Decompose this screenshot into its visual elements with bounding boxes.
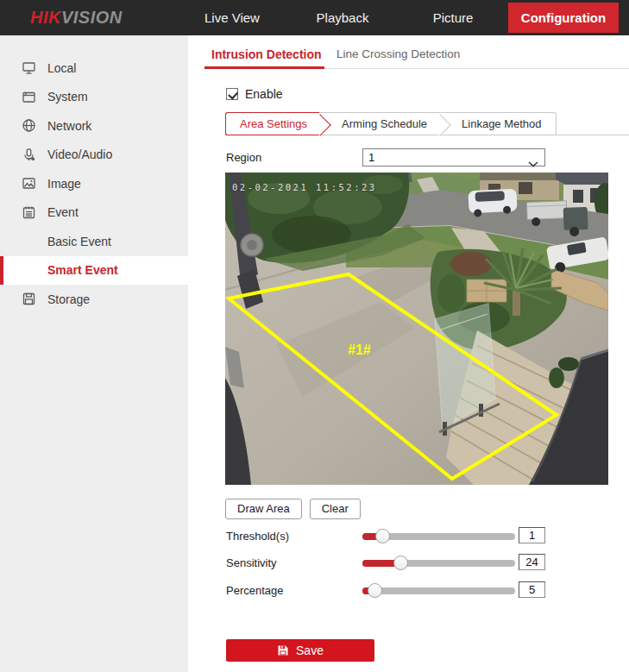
threshold-value-field[interactable]: 1	[519, 527, 545, 543]
tab-intrusion-detection[interactable]: Intrusion Detection	[211, 47, 322, 61]
system-icon	[22, 90, 36, 104]
draw-buttons-row: Draw Area Clear	[225, 499, 361, 519]
sidebar: Local System Network Video/Audio	[0, 35, 188, 672]
sidebar-item-image[interactable]: Image	[0, 169, 188, 198]
microphone-icon	[22, 148, 36, 162]
enable-checkbox[interactable]	[226, 88, 238, 100]
percentage-label: Percentage	[226, 584, 284, 597]
nav-configuration[interactable]: Configuration	[508, 3, 619, 33]
sidebar-item-label: Storage	[47, 292, 90, 306]
region-dropdown[interactable]: 1	[362, 148, 545, 166]
save-button[interactable]: Save	[226, 639, 374, 662]
enable-row: Enable	[226, 87, 283, 101]
storage-icon	[22, 292, 36, 306]
slider-thumb[interactable]	[375, 529, 390, 543]
sidebar-item-label: System	[47, 90, 88, 104]
settings-subtabs: Area Settings Arming Schedule Linkage Me…	[225, 112, 629, 135]
sidebar-item-label: Network	[47, 119, 91, 133]
nav-live-view[interactable]: Live View	[177, 0, 287, 35]
slider-thumb[interactable]	[393, 556, 408, 570]
app-window: HIKVISION Live View Playback Picture Con…	[0, 0, 629, 672]
subtab-linkage-method[interactable]: Linkage Method	[439, 112, 557, 135]
sidebar-item-label: Smart Event	[47, 263, 118, 277]
nav-playback[interactable]: Playback	[287, 0, 398, 35]
sidebar-item-smart-event[interactable]: Smart Event	[0, 256, 188, 286]
slider-thumb[interactable]	[368, 583, 382, 598]
sidebar-item-storage[interactable]: Storage	[0, 285, 188, 314]
save-label: Save	[296, 644, 324, 657]
sensitivity-value-field[interactable]: 24	[519, 554, 545, 570]
region-number-overlay: #1#	[348, 342, 371, 358]
draw-area-button[interactable]: Draw Area	[225, 499, 302, 519]
monitor-icon	[22, 60, 36, 75]
camera-scene	[225, 173, 608, 485]
sidebar-item-basic-event[interactable]: Basic Event	[0, 227, 188, 256]
event-icon	[22, 205, 36, 220]
threshold-slider[interactable]	[362, 533, 515, 540]
region-label: Region	[226, 151, 261, 164]
top-navigation: Live View Playback Picture Configuration	[177, 0, 619, 35]
active-tab-underline	[204, 66, 324, 69]
percentage-slider[interactable]	[362, 587, 515, 594]
top-header: HIKVISION Live View Playback Picture Con…	[0, 0, 629, 35]
save-icon	[277, 644, 289, 656]
logo-part-gray: VISION	[61, 8, 123, 27]
sidebar-item-video-audio[interactable]: Video/Audio	[0, 141, 188, 170]
sidebar-item-event[interactable]: Event	[0, 198, 188, 228]
subtab-label: Area Settings	[240, 117, 307, 130]
threshold-label: Threshold(s)	[226, 530, 289, 543]
tab-line-crossing-detection[interactable]: Line Crossing Detection	[337, 47, 460, 60]
percentage-slider-row: Percentage 5	[188, 581, 629, 600]
sidebar-item-system[interactable]: System	[0, 83, 188, 112]
sidebar-item-local[interactable]: Local	[0, 53, 188, 83]
chevron-down-icon	[528, 155, 538, 171]
logo-part-red: HIK	[30, 8, 61, 27]
osd-timestamp: 02-02-2021 11:52:23	[232, 182, 377, 192]
threshold-slider-row: Threshold(s) 1	[188, 526, 629, 545]
nav-picture[interactable]: Picture	[398, 0, 508, 35]
sidebar-item-network[interactable]: Network	[0, 111, 188, 141]
subtab-arming-schedule[interactable]: Arming Schedule	[319, 112, 439, 135]
subtab-area-settings[interactable]: Area Settings	[225, 112, 319, 135]
image-icon	[22, 176, 36, 191]
sidebar-item-label: Local	[47, 61, 76, 75]
subtab-label: Arming Schedule	[342, 117, 427, 130]
sensitivity-slider[interactable]	[362, 560, 515, 567]
main-content: Intrusion Detection Line Crossing Detect…	[188, 35, 629, 672]
region-value: 1	[368, 151, 374, 164]
clear-button[interactable]: Clear	[310, 499, 361, 519]
hikvision-logo: HIKVISION	[30, 0, 123, 35]
sidebar-item-label: Video/Audio	[47, 148, 112, 161]
percentage-value-field[interactable]: 5	[519, 581, 545, 598]
subtab-label: Linkage Method	[462, 117, 542, 130]
sidebar-item-label: Event	[47, 205, 79, 219]
sensitivity-slider-row: Sensitivity 24	[188, 553, 629, 572]
sidebar-item-label: Image	[47, 177, 81, 191]
sidebar-item-label: Basic Event	[47, 235, 111, 248]
sensitivity-label: Sensitivity	[226, 556, 277, 569]
globe-icon	[22, 118, 36, 133]
video-feed[interactable]: 02-02-2021 11:52:23 #1#	[225, 173, 608, 485]
enable-label: Enable	[245, 87, 283, 101]
